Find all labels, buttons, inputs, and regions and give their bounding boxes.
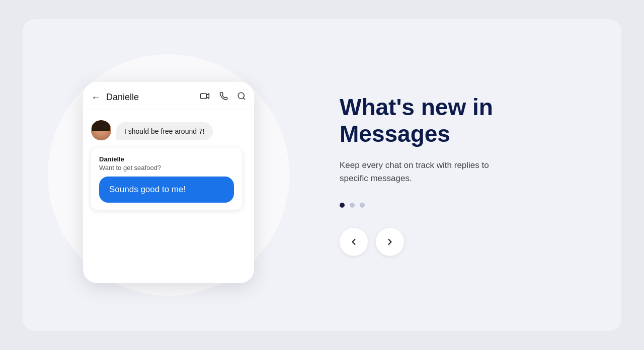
back-arrow-icon[interactable]: ← bbox=[91, 92, 101, 103]
nav-buttons bbox=[340, 228, 586, 256]
received-bubble: I should be free around 7! bbox=[116, 122, 213, 140]
avatar bbox=[91, 120, 111, 140]
feature-card: ← Danielle bbox=[23, 19, 621, 331]
reply-sender: Danielle bbox=[99, 155, 234, 163]
svg-rect-0 bbox=[201, 94, 207, 99]
carousel-dots bbox=[340, 203, 586, 208]
subtitle: Keep every chat on track with replies to… bbox=[340, 159, 501, 185]
reply-card: Danielle Want to get seafood? Sounds goo… bbox=[91, 148, 242, 210]
sent-bubble: Sounds good to me! bbox=[99, 177, 234, 203]
phone-mockup: ← Danielle bbox=[83, 82, 254, 283]
received-message-row: I should be free around 7! bbox=[91, 120, 246, 140]
left-panel: ← Danielle bbox=[23, 19, 314, 331]
search-icon[interactable] bbox=[237, 92, 246, 103]
reply-quoted-text: Want to get seafood? bbox=[99, 164, 234, 171]
dot-2[interactable] bbox=[350, 203, 355, 208]
contact-name: Danielle bbox=[106, 92, 200, 103]
prev-button[interactable] bbox=[340, 228, 368, 256]
right-panel: What's new in Messages Keep every chat o… bbox=[314, 19, 621, 331]
next-button[interactable] bbox=[376, 228, 404, 256]
dot-3[interactable] bbox=[360, 203, 365, 208]
video-call-icon[interactable] bbox=[200, 91, 210, 104]
header-icons bbox=[200, 91, 246, 104]
dot-1[interactable] bbox=[340, 203, 345, 208]
main-title: What's new in Messages bbox=[340, 94, 586, 147]
phone-call-icon[interactable] bbox=[219, 92, 228, 103]
messages-area: I should be free around 7! Danielle Want… bbox=[83, 110, 254, 220]
phone-header: ← Danielle bbox=[83, 82, 254, 110]
